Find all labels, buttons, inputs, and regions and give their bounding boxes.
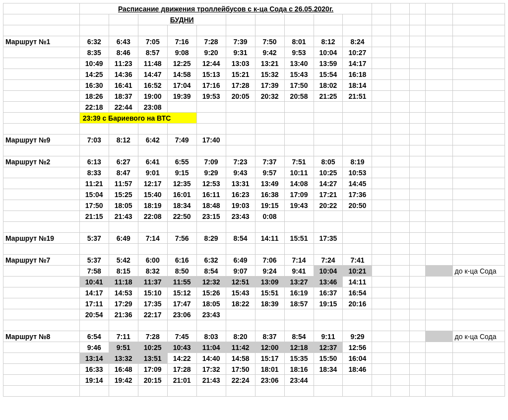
time-cell: 12:18	[284, 342, 314, 353]
time-cell: 14:45	[343, 178, 372, 189]
time-cell: 16:33	[79, 364, 109, 375]
time-cell: 9:29	[196, 167, 226, 178]
time-cell: 7:50	[255, 36, 284, 47]
time-cell: 18:37	[109, 91, 138, 102]
time-cell: 8:19	[343, 156, 372, 167]
time-cell: 17:47	[167, 298, 196, 309]
time-cell: 10:04	[314, 47, 343, 58]
time-cell: 21:36	[109, 309, 138, 320]
time-cell: 7:56	[167, 233, 196, 244]
time-cell: 21:25	[314, 91, 343, 102]
time-cell: 12:00	[255, 342, 284, 353]
time-cell: 17:35	[314, 233, 343, 244]
time-cell: 17:09	[138, 364, 167, 375]
time-cell: 15:54	[314, 69, 343, 80]
time-cell: 14:17	[79, 287, 109, 298]
time-cell	[196, 102, 226, 113]
time-cell: 6:32	[79, 36, 109, 47]
time-cell: 17:32	[196, 364, 226, 375]
time-cell: 13:27	[284, 277, 314, 287]
time-cell: 16:30	[79, 80, 109, 91]
time-cell: 8:33	[79, 167, 109, 178]
time-cell: 10:04	[314, 266, 343, 277]
time-cell: 17:36	[343, 189, 372, 200]
time-cell	[343, 309, 372, 320]
time-cell: 12:17	[138, 178, 167, 189]
time-cell: 19:39	[167, 91, 196, 102]
time-cell: 7:41	[343, 255, 372, 266]
time-cell: 11:18	[109, 277, 138, 287]
time-cell: 18:26	[79, 91, 109, 102]
time-cell: 9:20	[196, 47, 226, 58]
time-cell: 19:15	[314, 298, 343, 309]
time-cell: 17:09	[284, 189, 314, 200]
time-cell: 9:07	[226, 266, 255, 277]
time-cell: 6:16	[167, 255, 196, 266]
time-cell	[343, 211, 372, 222]
time-cell: 20:15	[138, 375, 167, 386]
time-cell: 23:08	[138, 102, 167, 113]
time-cell: 12:51	[226, 277, 255, 287]
time-cell: 23:06	[255, 375, 284, 386]
time-cell: 7:03	[79, 135, 109, 145]
time-cell: 8:37	[255, 331, 284, 342]
time-cell: 13:31	[226, 178, 255, 189]
time-cell: 7:51	[284, 156, 314, 167]
time-cell: 15:50	[314, 353, 343, 364]
time-cell: 23:43	[226, 211, 255, 222]
time-cell	[314, 309, 343, 320]
time-cell: 14:40	[196, 353, 226, 364]
time-cell: 14:58	[167, 69, 196, 80]
time-cell: 8:54	[196, 266, 226, 277]
route-label: Маршрут №9	[3, 135, 80, 145]
time-cell: 15:26	[196, 287, 226, 298]
route-label: Маршрут №8	[3, 331, 80, 342]
time-cell: 9:51	[109, 342, 138, 353]
time-cell: 6:49	[226, 255, 255, 266]
time-cell: 16:19	[284, 287, 314, 298]
time-cell: 17:16	[196, 80, 226, 91]
time-cell: 13:09	[255, 277, 284, 287]
time-cell: 16:41	[109, 80, 138, 91]
time-cell	[226, 309, 255, 320]
time-cell: 9:43	[226, 167, 255, 178]
time-cell: 15:43	[284, 69, 314, 80]
time-cell	[314, 135, 343, 145]
time-cell	[343, 135, 372, 145]
time-cell: 14:36	[109, 69, 138, 80]
time-cell: 19:15	[255, 200, 284, 211]
route-label: Маршрут №19	[3, 233, 80, 244]
time-cell: 10:43	[167, 342, 196, 353]
time-cell: 18:57	[284, 298, 314, 309]
time-cell: 18:22	[226, 298, 255, 309]
time-cell: 11:23	[109, 58, 138, 69]
time-cell: 22:08	[138, 211, 167, 222]
time-cell: 14:53	[109, 287, 138, 298]
time-cell: 14:27	[314, 178, 343, 189]
time-cell: 7:37	[255, 156, 284, 167]
time-cell: 18:05	[196, 298, 226, 309]
time-cell	[284, 211, 314, 222]
time-cell: 18:39	[255, 298, 284, 309]
time-cell: 20:16	[343, 298, 372, 309]
time-cell: 8:05	[314, 156, 343, 167]
time-cell: 15:10	[138, 287, 167, 298]
time-cell: 14:47	[138, 69, 167, 80]
time-cell: 7:05	[138, 36, 167, 47]
time-cell: 11:55	[167, 277, 196, 287]
time-cell: 15:35	[284, 353, 314, 364]
time-cell	[314, 211, 343, 222]
time-cell: 18:16	[284, 364, 314, 375]
time-cell: 18:48	[196, 200, 226, 211]
time-cell: 5:37	[79, 233, 109, 244]
page-title: Расписание движения троллейбусов с к-ца …	[79, 3, 372, 14]
time-cell: 14:17	[343, 58, 372, 69]
time-cell: 20:05	[226, 91, 255, 102]
time-cell: 5:42	[109, 255, 138, 266]
time-cell: 8:50	[167, 266, 196, 277]
time-cell: 16:01	[167, 189, 196, 200]
time-cell: 16:48	[109, 364, 138, 375]
time-cell: 19:03	[226, 200, 255, 211]
time-cell: 8:57	[138, 47, 167, 58]
time-cell: 7:24	[314, 255, 343, 266]
